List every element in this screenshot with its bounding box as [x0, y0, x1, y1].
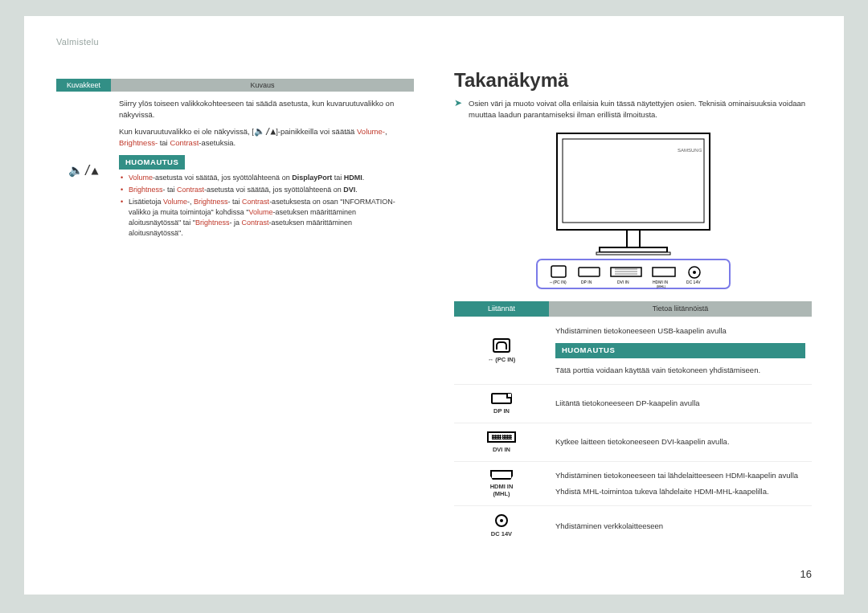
- dvi-icon: [487, 431, 516, 443]
- arrow-icon: ➤: [454, 98, 462, 121]
- manual-page: Valmistelu 16 Kuvakkeet Kuvaus 🔈/▲ Siirr…: [24, 16, 844, 595]
- svg-text:DVI IN: DVI IN: [617, 280, 629, 284]
- ports-table: Liitännät Tietoa liitännöistä ↔ (PC IN) …: [454, 301, 812, 546]
- displayport-icon: [491, 393, 512, 404]
- ports-table-header: Liitännät Tietoa liitännöistä: [454, 301, 812, 317]
- port-desc: Yhdistäminen verkkolaitteeseen: [555, 521, 805, 532]
- col-ports-header: Liitännät: [454, 301, 549, 317]
- left-table-row: 🔈/▲ Siirry ylös toiseen valikkokohteesee…: [56, 92, 414, 248]
- section-title: Takanäkymä: [454, 69, 812, 92]
- svg-point-20: [693, 271, 696, 274]
- port-label: DP IN: [493, 407, 510, 415]
- port-label: DVI IN: [493, 446, 510, 453]
- right-column: Takanäkymä ➤ Osien väri ja muoto voivat …: [454, 37, 812, 578]
- icon-cell: 🔈/▲: [56, 92, 111, 248]
- svg-text:DC 14V: DC 14V: [686, 280, 701, 284]
- svg-rect-5: [596, 252, 670, 255]
- table-row: DP IN Liitäntä tietokoneeseen DP-kaapeli…: [454, 384, 812, 423]
- note-badge: HUOMAUTUS: [555, 343, 805, 358]
- monitor-rear-figure: SAMSUNG ↔(PC IN) DP IN DVI IN: [454, 129, 812, 290]
- port-desc: Yhdistäminen tietokoneeseen tai lähdelai…: [555, 470, 805, 481]
- port-desc: Yhdistäminen tietokoneeseen USB-kaapelin…: [555, 325, 805, 337]
- list-item: Volume-asetusta voi säätää, jos syöttölä…: [121, 173, 406, 183]
- port-label: DC 14V: [491, 530, 512, 537]
- port-desc: Kytkee laitteen tietokoneeseen DVI-kaape…: [555, 436, 805, 447]
- note-text: Tätä porttia voidaan käyttää vain tietok…: [555, 365, 805, 376]
- dc-power-icon: [495, 514, 508, 527]
- port-desc: Yhdistä MHL-toimintoa tukeva lähdelaite …: [555, 486, 805, 497]
- page-header: Valmistelu: [56, 37, 99, 47]
- volume-up-icon: 🔈/▲: [254, 126, 276, 137]
- svg-text:DP IN: DP IN: [581, 280, 592, 284]
- table-row: DVI IN Kytkee laitteen tietokoneeseen DV…: [454, 423, 812, 461]
- table-row: HDMI IN (MHL) Yhdistäminen tietokoneesee…: [454, 461, 812, 506]
- left-table-header: Kuvakkeet Kuvaus: [56, 79, 414, 92]
- svg-text:(MHL): (MHL): [657, 284, 666, 288]
- col-desc-header: Tietoa liitännöistä: [549, 301, 812, 317]
- volume-up-icon: 🔈/▲: [68, 163, 98, 178]
- col-icons-header: Kuvakkeet: [56, 79, 111, 92]
- table-row: ↔ (PC IN) Yhdistäminen tietokoneeseen US…: [454, 317, 812, 384]
- list-item: Brightness- tai Contrast-asetusta voi sä…: [121, 185, 406, 195]
- usb-b-icon: [493, 338, 510, 353]
- paragraph: Siirry ylös toiseen valikkokohteeseen ta…: [119, 98, 406, 121]
- intro-note: ➤ Osien väri ja muoto voivat olla erilai…: [454, 98, 812, 121]
- svg-text:SAMSUNG: SAMSUNG: [678, 148, 702, 153]
- paragraph: Kun kuvaruutuvalikko ei ole näkyvissä, […: [119, 125, 406, 149]
- desc-cell: Siirry ylös toiseen valikkokohteeseen ta…: [111, 92, 414, 248]
- note-badge: HUOMAUTUS: [119, 155, 185, 170]
- note-list: Volume-asetusta voi säätää, jos syöttölä…: [119, 173, 406, 239]
- port-desc: Liitäntä tietokoneeseen DP-kaapelin avul…: [555, 398, 805, 409]
- svg-rect-4: [600, 247, 667, 252]
- port-label: HDMI IN (MHL): [490, 483, 514, 497]
- hdmi-icon: [490, 470, 513, 480]
- port-label: ↔ (PC IN): [488, 356, 516, 363]
- monitor-rear-svg: SAMSUNG ↔(PC IN) DP IN DVI IN: [513, 129, 754, 290]
- svg-rect-3: [627, 230, 640, 247]
- col-desc-header: Kuvaus: [111, 79, 414, 92]
- page-number: 16: [800, 568, 812, 580]
- svg-text:↔(PC IN): ↔(PC IN): [549, 280, 567, 284]
- table-row: DC 14V Yhdistäminen verkkolaitteeseen: [454, 505, 812, 546]
- left-column: Kuvakkeet Kuvaus 🔈/▲ Siirry ylös toiseen…: [56, 37, 414, 578]
- list-item: Lisätietoja Volume-, Brightness- tai Con…: [121, 197, 406, 239]
